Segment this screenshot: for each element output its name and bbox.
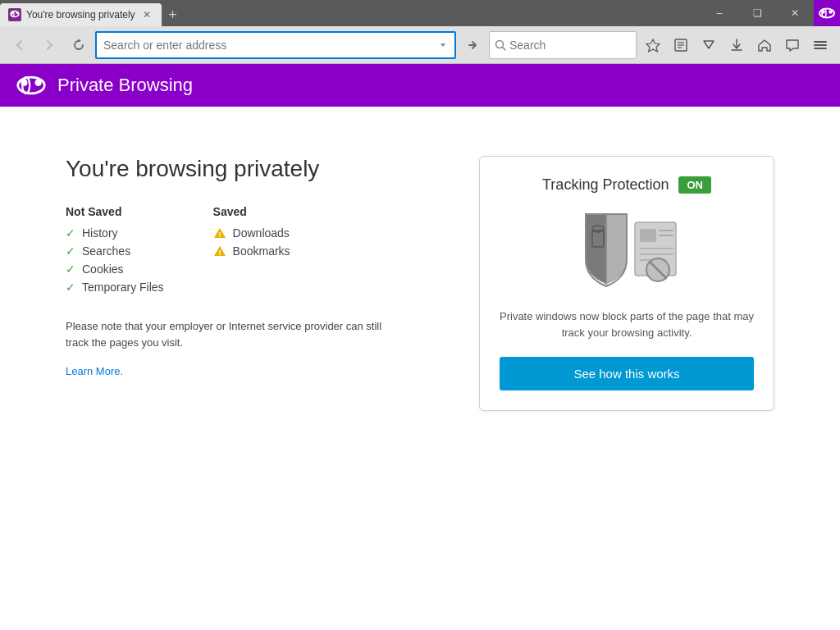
info-columns: Not Saved ✓ History ✓ Searches ✓ Cookies [66,205,394,299]
list-item: ✓ Temporary Files [66,281,164,294]
window-controls: – ❑ ✕ [701,0,840,26]
search-bar[interactable] [489,31,637,59]
svg-point-2 [11,11,14,14]
home-icon[interactable] [751,32,778,58]
item-label: Downloads [233,226,290,240]
address-input[interactable] [100,39,435,52]
card-header: Tracking Protection ON [500,176,754,194]
list-item: ✓ History [66,226,164,240]
mask-icon [16,71,46,100]
tab-favicon [8,8,21,21]
title-bar: You're browsing privately ✕ + – ❑ ✕ [0,0,840,26]
check-icon: ✓ [66,281,75,294]
warning-icon: ! [213,244,226,258]
svg-point-6 [821,10,824,13]
check-icon: ✓ [66,226,75,240]
private-browsing-title: Private Browsing [57,75,193,96]
svg-text:!: ! [218,249,221,257]
toolbar-icons [640,32,833,58]
list-item: ! Downloads [213,226,290,240]
forward-button[interactable] [36,32,62,58]
new-tab-button[interactable]: + [162,3,185,26]
private-browsing-header: Private Browsing [0,64,840,107]
list-item: ! Bookmarks [213,244,290,258]
disclaimer-text: Please note that your employer or Intern… [66,318,394,350]
see-how-button[interactable]: See how this works [500,357,754,390]
tracking-protection-card: Tracking Protection ON [479,156,774,411]
saved-header: Saved [213,205,290,218]
item-label: Temporary Files [82,281,164,294]
search-icon [495,39,506,51]
main-content: You're browsing privately Not Saved ✓ Hi… [0,107,840,630]
navigation-bar [0,26,840,64]
svg-point-25 [35,80,42,86]
list-item: ✓ Cookies [66,262,164,276]
address-dropdown-button[interactable] [435,37,451,53]
tracking-status-badge: ON [678,176,711,194]
back-button[interactable] [7,32,33,58]
private-mode-indicator [814,0,840,26]
list-item: ✓ Searches [66,244,164,258]
active-tab[interactable]: You're browsing privately ✕ [0,3,162,26]
search-input[interactable] [509,39,591,52]
downloads-icon[interactable] [724,32,750,58]
favorites-icon[interactable] [640,32,666,58]
saved-list: ! Downloads ! Bookmarks [213,226,290,258]
svg-line-11 [503,47,506,50]
reading-list-icon[interactable] [668,32,694,58]
left-panel: You're browsing privately Not Saved ✓ Hi… [66,156,394,378]
tab-close-button[interactable]: ✕ [140,8,153,21]
tab-strip: You're browsing privately ✕ + [0,0,701,26]
item-label: History [82,226,118,240]
minimize-button[interactable]: – [701,0,738,26]
check-icon: ✓ [66,244,75,258]
warning-icon: ! [213,226,226,240]
page-heading: You're browsing privately [66,156,394,182]
close-button[interactable]: ✕ [776,0,814,26]
not-saved-header: Not Saved [66,205,164,218]
item-label: Cookies [82,262,124,276]
svg-text:!: ! [218,231,221,239]
svg-point-24 [21,80,27,86]
not-saved-column: Not Saved ✓ History ✓ Searches ✓ Cookies [66,205,164,299]
item-label: Searches [82,244,130,258]
svg-point-7 [829,10,832,13]
svg-marker-12 [646,39,660,52]
learn-more-link[interactable]: Learn More. [66,365,123,377]
svg-marker-9 [441,43,445,47]
refresh-button[interactable] [66,32,92,58]
shield-graphic-area [500,210,754,292]
navigate-button[interactable] [459,32,486,58]
svg-rect-34 [640,229,656,242]
menu-icon[interactable] [807,32,833,58]
tab-title: You're browsing privately [26,9,135,21]
shield-graphic [561,206,692,296]
pocket-icon[interactable] [696,32,722,58]
item-label: Bookmarks [233,244,290,258]
tracking-description: Private windows now block parts of the p… [500,308,754,340]
maximize-button[interactable]: ❑ [738,0,776,26]
check-icon: ✓ [66,262,75,276]
svg-point-3 [16,11,18,14]
chat-icon[interactable] [779,32,806,58]
tracking-protection-title: Tracking Protection [542,176,669,194]
saved-column: Saved ! Downloads [213,205,290,299]
address-bar[interactable] [95,31,456,59]
not-saved-list: ✓ History ✓ Searches ✓ Cookies ✓ Tempora… [66,226,164,294]
